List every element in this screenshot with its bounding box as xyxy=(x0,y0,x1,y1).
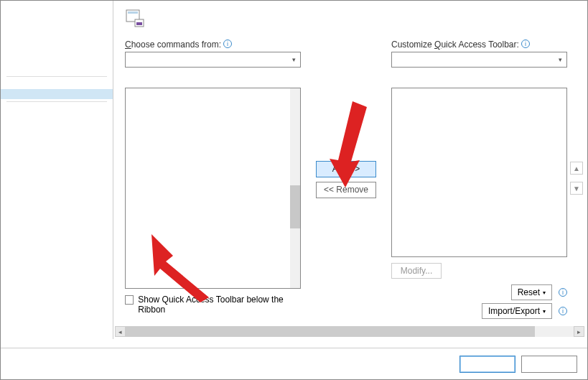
move-down-button[interactable]: ▼ xyxy=(570,182,583,195)
customize-qat-label: Customize Quick Access Toolbar:i xyxy=(391,40,567,50)
cancel-button[interactable] xyxy=(521,356,577,373)
info-icon[interactable]: i xyxy=(521,40,530,48)
scrollbar[interactable] xyxy=(290,88,300,288)
customize-qat-dropdown[interactable]: ▾ xyxy=(391,52,567,68)
chevron-down-icon: ▾ xyxy=(543,289,546,296)
scroll-right-button[interactable]: ▸ xyxy=(574,326,584,337)
sidebar-item-general[interactable] xyxy=(1,4,113,14)
scroll-thumb[interactable] xyxy=(126,326,535,337)
sidebar-item-save[interactable] xyxy=(1,34,113,44)
show-below-ribbon-label: Show Quick Access Toolbar below the Ribb… xyxy=(138,295,301,315)
sidebar-item-language[interactable] xyxy=(1,44,113,54)
main-panel: Choose commands from:i ▾ Show Quick Acce… xyxy=(113,1,587,339)
choose-commands-dropdown[interactable]: ▾ xyxy=(125,52,301,68)
add-button[interactable]: Add >> xyxy=(316,161,376,177)
reset-button[interactable]: Reset▾ xyxy=(511,284,552,300)
sidebar-item-advanced[interactable] xyxy=(1,64,113,74)
import-export-button[interactable]: Import/Export▾ xyxy=(482,303,552,319)
commands-listbox[interactable] xyxy=(125,88,301,289)
svg-rect-1 xyxy=(128,11,138,14)
info-icon[interactable]: i xyxy=(559,288,567,297)
sidebar-item-trust-center[interactable] xyxy=(1,114,113,124)
chevron-down-icon: ▾ xyxy=(559,56,562,63)
quick-access-toolbar-icon xyxy=(125,8,145,28)
choose-commands-label: Choose commands from:i xyxy=(125,40,301,50)
sidebar-separator xyxy=(6,76,107,77)
modify-button: Modify... xyxy=(391,263,442,279)
qat-listbox[interactable] xyxy=(391,88,567,257)
sidebar-item-display[interactable] xyxy=(1,14,113,24)
sidebar xyxy=(1,1,113,339)
scroll-left-button[interactable]: ◂ xyxy=(115,326,126,337)
sidebar-item-ease-of-access[interactable] xyxy=(1,54,113,64)
ok-button[interactable] xyxy=(459,356,515,373)
info-icon[interactable]: i xyxy=(559,307,567,315)
sidebar-item-proofing[interactable] xyxy=(1,24,113,34)
chevron-down-icon: ▾ xyxy=(543,308,546,315)
move-up-button[interactable]: ▲ xyxy=(570,162,583,175)
svg-rect-3 xyxy=(136,22,142,25)
remove-button[interactable]: << Remove xyxy=(316,182,376,198)
sidebar-item-add-ins[interactable] xyxy=(1,104,113,114)
scroll-thumb[interactable] xyxy=(290,185,300,228)
sidebar-item-quick-access-toolbar[interactable] xyxy=(1,89,113,99)
sidebar-separator xyxy=(6,101,107,102)
dialog-button-bar xyxy=(1,348,587,379)
show-below-ribbon-checkbox[interactable] xyxy=(125,295,134,305)
info-icon[interactable]: i xyxy=(223,40,232,48)
chevron-down-icon: ▾ xyxy=(292,56,296,63)
horizontal-scrollbar[interactable]: ◂ ▸ xyxy=(115,326,584,337)
sidebar-item-customize-ribbon[interactable] xyxy=(1,79,113,89)
